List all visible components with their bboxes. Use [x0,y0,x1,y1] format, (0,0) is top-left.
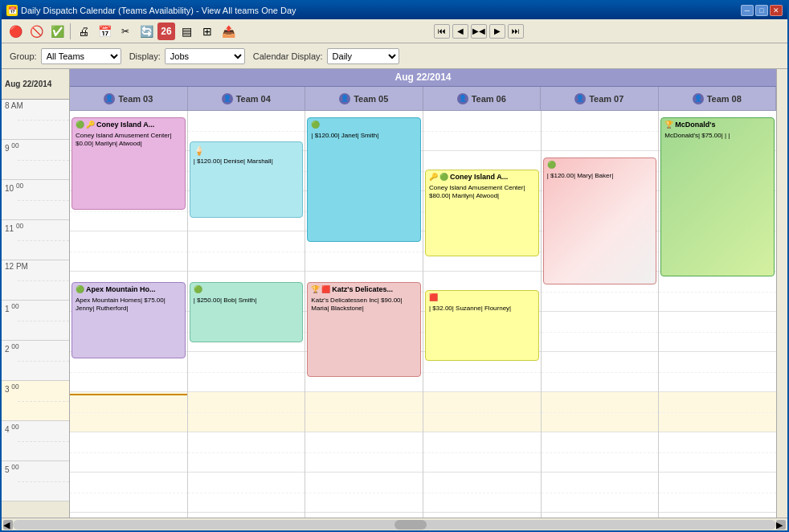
nav-next-button[interactable]: ▶ [489,24,505,39]
event-details: Apex Mountain Homes| $75.00| Jenny| Ruth… [76,297,182,313]
nav-last-button[interactable]: ⏭ [508,24,524,39]
scroll-left-button[interactable]: ◀ [3,520,13,530]
team-headers: 👤 Team 03 👤 Team 04 👤 Team 05 👤 Team 06 … [70,87,776,111]
nav-first-button[interactable]: ⏮ [434,24,450,39]
date-picker-button[interactable]: 26 [157,23,175,40]
refresh-button[interactable]: 🔄 [137,23,156,40]
print-button[interactable]: 🖨 [74,23,93,40]
export-button[interactable]: 📤 [219,23,238,40]
event-title: 🍦 [194,145,300,156]
time-slot-5pm: 5 00 [2,461,69,501]
team-06-column: 🔑🟢 Coney Island A... Coney Island Amusem… [423,111,542,518]
team-05-icon: 👤 [339,93,350,104]
event-t03-coney-island[interactable]: 🟢🔑 Coney Island A... Coney Island Amusem… [72,117,186,210]
team-06-icon: 👤 [457,93,468,104]
time-slot-4pm: 4 00 [2,421,69,461]
time-slot-9: 9 00 [2,140,69,180]
team-header-06: 👤 Team 06 [423,87,542,110]
event-t03-apex-mountain[interactable]: 🟢 Apex Mountain Ho... Apex Mountain Home… [72,282,186,358]
calendar-grid: Aug 22/2014 👤 Team 03 👤 Team 04 👤 Team 0… [70,69,776,518]
time-slot-12pm: 12 PM [2,260,69,301]
filter-bar: Group: All Teams Display: Jobs Calendar … [2,43,787,69]
team-05-column: 🟢 | $120.00| Janet| Smith| 🏆🟥 Katz's Del… [305,111,423,518]
event-t05-katz[interactable]: 🏆🟥 Katz's Delicates... Katz's Delicatess… [307,282,421,377]
event-t04-denise[interactable]: 🍦 | $120.00| Denise| Marshall| [190,141,304,218]
group-label: Group: [10,51,37,61]
event-details: | $32.00| Suzanne| Flourney| [429,305,535,313]
event-title: 🏆 McDonald's [664,121,771,130]
team-07-column: 🟢 | $120.00| Mary| Baker| [542,111,660,518]
current-time-line [70,394,187,395]
close-button[interactable]: ✕ [770,5,783,16]
minimize-button[interactable]: ─ [741,5,754,16]
left-times: 8 AM 9 00 10 00 11 00 12 PM 1 00 2 00 3 … [2,100,70,518]
event-t08-mcdonalds[interactable]: 🏆 McDonald's McDonald's| $75.00| | | [660,117,775,276]
team-07-icon: 👤 [574,93,586,104]
event-t06-coney-island[interactable]: 🔑🟢 Coney Island A... Coney Island Amusem… [425,170,539,256]
event-t05-janet[interactable]: 🟢 | $120.00| Janet| Smith| [307,117,421,242]
view2-button[interactable]: ⊞ [198,23,217,40]
team-04-icon: 👤 [222,93,233,104]
calendar-button[interactable]: 📅 [95,23,114,40]
team-04-column: 🍦 | $120.00| Denise| Marshall| 🟢 | $250.… [188,111,306,518]
event-details: | $250.00| Bob| Smith| [194,297,300,305]
left-date-header: Aug 22/2014 [2,69,70,100]
view1-button[interactable]: ▤ [177,23,196,40]
scrollbar-thumb[interactable] [394,520,427,530]
left-gutter: Aug 22/2014 8 AM 9 00 10 00 11 00 12 PM … [2,69,70,518]
date-header: Aug 22/2014 [70,69,776,87]
display-select[interactable]: Jobs [165,48,245,64]
scrollbar-track[interactable] [13,520,776,530]
event-title: 🟢 Apex Mountain Ho... [76,285,182,295]
team-04-label: Team 04 [236,94,271,104]
new-button[interactable]: 🔴 [6,23,25,40]
nav-next-prev-button[interactable]: ▶◀ [471,24,487,39]
time-slot-10: 10 00 [2,180,69,220]
event-details: | $120.00| Janet| Smith| [311,132,417,140]
nav-prev-button[interactable]: ◀ [452,24,468,39]
team-03-label: Team 03 [118,94,153,104]
team-header-07: 👤 Team 07 [541,87,659,110]
team-header-08: 👤 Team 08 [659,87,777,110]
calendar-container: Aug 22/2014 8 AM 9 00 10 00 11 00 12 PM … [2,69,787,518]
team-03-column: 🟢🔑 Coney Island A... Coney Island Amusem… [70,111,188,518]
calendar-body[interactable]: 🟢🔑 Coney Island A... Coney Island Amusem… [70,111,776,518]
maximize-button[interactable]: □ [755,5,768,16]
toolbar: 🔴 🚫 ✅ 🖨 📅 ✂ 🔄 26 ▤ ⊞ 📤 ⏮ ◀ ▶◀ ▶ ⏭ [2,19,787,43]
group-select[interactable]: All Teams [41,48,121,64]
time-slot-2pm: 2 00 [2,341,69,381]
save-button[interactable]: ✅ [47,23,67,40]
window-controls: ─ □ ✕ [741,5,783,16]
time-slot-8am: 8 AM [2,100,69,140]
team-08-column: 🏆 McDonald's McDonald's| $75.00| | | [659,111,776,518]
event-t06-suzanne[interactable]: 🟥 | $32.00| Suzanne| Flourney| [425,290,539,361]
window-title: Daily Dispatch Calendar (Teams Availabil… [21,6,296,15]
display-label: Display: [129,51,161,61]
team-header-05: 👤 Team 05 [305,87,423,110]
team-header-03: 👤 Team 03 [70,87,188,110]
time-slot-1pm: 1 00 [2,301,69,341]
display-filter: Display: Jobs [129,48,245,64]
event-title: 🟢 [311,121,417,130]
time-slots: 8 AM 9 00 10 00 11 00 12 PM 1 00 2 00 3 … [2,100,69,501]
event-details: Katz's Delicatessen Inc| $90.00| Maria| … [311,297,417,313]
team-06-label: Team 06 [472,94,506,104]
event-title: 🟢🔑 Coney Island A... [76,121,182,130]
event-title: 🟢 [194,285,300,295]
app-icon: 📅 [6,5,18,16]
event-t04-bob[interactable]: 🟢 | $250.00| Bob| Smith| [190,282,304,342]
cancel-button[interactable]: 🚫 [27,23,46,40]
calendar-display-filter: Calendar Display: Daily [253,48,399,64]
event-details: | $120.00| Mary| Baker| [547,172,653,180]
calendar-display-label: Calendar Display: [253,51,323,61]
scroll-right-button[interactable]: ▶ [776,520,786,530]
event-t07-mary[interactable]: 🟢 | $120.00| Mary| Baker| [543,158,657,284]
team-07-label: Team 07 [589,94,623,104]
group-filter: Group: All Teams [10,48,121,64]
team-05-label: Team 05 [354,94,388,104]
delete-button[interactable]: ✂ [116,23,135,40]
horizontal-scrollbar[interactable]: ◀ ▶ [2,518,787,530]
calendar-display-select[interactable]: Daily [327,48,399,64]
time-slot-3pm: 3 00 [2,381,69,421]
left-date: Aug 22/2014 [5,80,51,88]
